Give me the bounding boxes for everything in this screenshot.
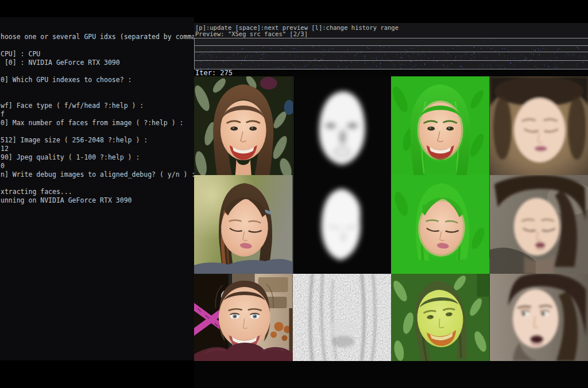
preview-cell-r2-overlay	[391, 175, 490, 274]
iteration-counter: Iter: 275	[195, 69, 233, 76]
loss-graph-svg	[194, 38, 588, 69]
console-line: CPU] : CPU	[1, 50, 194, 59]
loss-history-graph	[194, 38, 588, 69]
console-line: hoose one or several GPU idxs (separated…	[1, 33, 194, 41]
console-line: 0	[1, 162, 194, 170]
xseg-mask-image	[293, 175, 392, 274]
predicted-face-image	[490, 76, 588, 175]
preview-grid	[194, 76, 588, 361]
xseg-overlay-image	[391, 274, 490, 361]
preview-cell-r1-mask	[293, 76, 392, 175]
console-line	[1, 93, 194, 102]
console-line	[1, 127, 194, 136]
console-line	[1, 84, 194, 93]
preview-cell-r3-source	[194, 274, 293, 361]
console-line: 0] Max number of faces from image ( ?:he…	[1, 119, 194, 127]
predicted-face-image	[490, 274, 588, 361]
source-face-image	[194, 274, 293, 361]
xseg-mask-image	[293, 76, 392, 175]
preview-cell-r1-overlay	[391, 76, 490, 175]
preview-cell-r3-overlay	[391, 274, 490, 361]
xseg-overlay-image	[391, 76, 490, 175]
preview-cell-r3-predicted	[490, 274, 588, 361]
console-line: f	[1, 110, 194, 119]
xseg-texture-image	[293, 274, 392, 361]
console-window[interactable]: hoose one or several GPU idxs (separated…	[0, 17, 194, 360]
console-line: 90] Jpeg quality ( 1-100 ?:help ) :	[1, 153, 194, 162]
console-line	[1, 67, 194, 76]
console-line	[1, 179, 194, 188]
console-line: 12	[1, 145, 194, 153]
preview-cell-r2-mask	[293, 175, 392, 274]
console-line: wf] Face type ( f/wf/head ?:help ) :	[1, 102, 194, 110]
console-line: 512] Image size ( 256-2048 ?:help ) :	[1, 136, 194, 145]
source-face-image	[194, 76, 293, 175]
predicted-face-image	[490, 175, 588, 274]
preview-window[interactable]: [p]:update [space]:next preview [l]:chan…	[194, 23, 588, 388]
preview-cell-r2-predicted	[490, 175, 588, 274]
preview-cell-r1-source	[194, 76, 293, 175]
console-line: xtracting faces...	[1, 188, 194, 196]
preview-title: Preview: "XSeg src faces" [2/3]	[195, 31, 308, 37]
preview-cell-r1-predicted	[490, 76, 588, 175]
desktop: hoose one or several GPU idxs (separated…	[0, 0, 588, 388]
console-line: unning on NVIDIA GeForce RTX 3090	[1, 196, 194, 205]
console-line: [0] : NVIDIA GeForce RTX 3090	[1, 59, 194, 67]
preview-cell-r2-source	[194, 175, 293, 274]
console-line: n] Write debug images to aligned_debug? …	[1, 170, 194, 179]
preview-cell-r3-texture	[293, 274, 392, 361]
console-line	[1, 41, 194, 50]
source-face-image	[194, 175, 293, 274]
xseg-overlay-image	[391, 175, 490, 274]
console-line: 0] Which GPU indexes to choose? :	[1, 76, 194, 84]
